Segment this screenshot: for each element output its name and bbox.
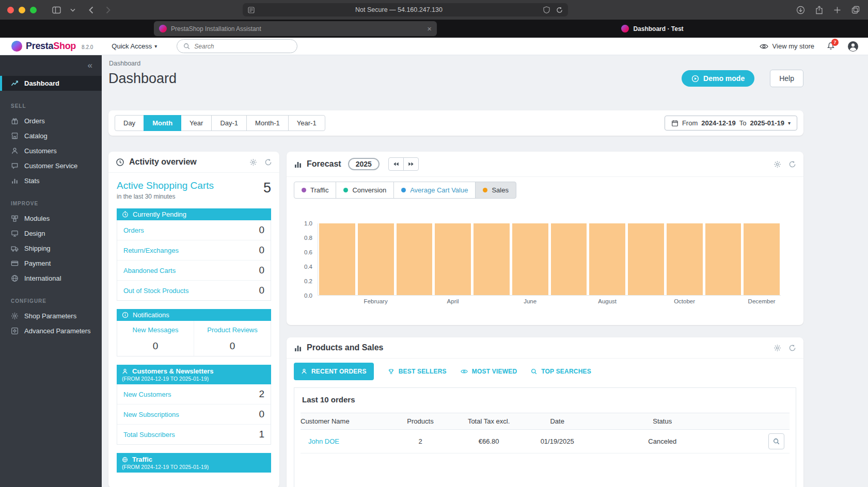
tab-top-searches[interactable]: TOP SEARCHES xyxy=(531,368,591,375)
next-year-button[interactable] xyxy=(403,157,419,171)
filter-conversion-button[interactable]: Conversion xyxy=(336,182,394,199)
quick-access-menu[interactable]: Quick Access ▾ xyxy=(112,42,157,50)
refresh-icon[interactable] xyxy=(788,344,796,352)
filter-label: Sales xyxy=(492,186,509,194)
help-button[interactable]: Help xyxy=(770,70,803,87)
customer-name-link[interactable]: John DOE xyxy=(301,437,384,445)
downloads-icon[interactable] xyxy=(796,6,805,14)
globe-icon xyxy=(11,274,19,282)
tab-recent-orders[interactable]: RECENT ORDERS xyxy=(294,363,374,380)
new-tab-icon[interactable] xyxy=(833,6,841,14)
panel-title: Activity overview xyxy=(129,157,197,167)
notifications-bell[interactable]: 7 xyxy=(827,42,835,51)
close-window-button[interactable] xyxy=(7,7,14,13)
sidebar-item-label: Stats xyxy=(24,177,40,185)
tab-title: Dashboard · Test xyxy=(633,25,683,33)
range-day-button[interactable]: Day xyxy=(115,115,144,131)
demo-mode-label: Demo mode xyxy=(703,74,745,83)
back-icon[interactable] xyxy=(89,6,93,14)
cell-value: 0 xyxy=(196,340,269,352)
forecast-panel: Forecast 2025 xyxy=(287,152,803,325)
refresh-icon[interactable] xyxy=(264,158,272,166)
row-link[interactable]: Abandoned Carts xyxy=(123,267,176,274)
search-input[interactable] xyxy=(194,43,291,50)
search-box[interactable] xyxy=(177,39,297,53)
tab-installation-assistant[interactable]: PrestaShop Installation Assistant × xyxy=(154,21,437,36)
sidebar-item-label: Payment xyxy=(24,259,51,267)
gear-icon[interactable] xyxy=(774,344,781,352)
tab-most-viewed[interactable]: MOST VIEWED xyxy=(461,368,517,375)
active-carts-link[interactable]: Active Shopping Carts xyxy=(117,180,214,191)
prestashop-logo[interactable]: PrestaShop 8.2.0 xyxy=(11,41,93,52)
share-icon[interactable] xyxy=(815,6,823,14)
tab-dashboard-active[interactable]: Dashboard · Test xyxy=(437,20,868,38)
row-link[interactable]: New Subscriptions xyxy=(123,411,179,418)
sidebar-toggle-icon[interactable] xyxy=(52,6,61,14)
shipping-icon xyxy=(11,245,19,252)
eye-icon xyxy=(461,369,468,374)
tab-best-sellers[interactable]: BEST SELLERS xyxy=(388,368,447,375)
sidebar-item-customers[interactable]: Customers xyxy=(0,143,102,158)
zoom-window-button[interactable] xyxy=(30,7,37,13)
sidebar-item-customer-service[interactable]: Customer Service xyxy=(0,158,102,173)
previous-year-button[interactable] xyxy=(388,157,404,171)
range-day-1-button[interactable]: Day-1 xyxy=(211,115,247,131)
sidebar-item-shop-parameters[interactable]: Shop Parameters xyxy=(0,309,102,323)
forward-icon[interactable] xyxy=(106,6,111,14)
forecast-bar xyxy=(667,223,703,295)
account-avatar[interactable] xyxy=(847,41,859,52)
sidebar-item-shipping[interactable]: Shipping xyxy=(0,241,102,256)
privacy-shield-icon[interactable] xyxy=(543,6,550,13)
filter-traffic-button[interactable]: Traffic xyxy=(294,182,336,199)
sidebar-item-orders[interactable]: Orders xyxy=(0,113,102,128)
range-year-1-button[interactable]: Year-1 xyxy=(288,115,325,131)
panel-title: Products and Sales xyxy=(307,343,384,352)
collapse-sidebar-button[interactable]: « xyxy=(88,60,92,71)
cell-link[interactable]: Product Reviews xyxy=(196,326,269,334)
close-tab-icon[interactable]: × xyxy=(427,25,432,33)
refresh-icon[interactable] xyxy=(788,160,796,168)
row-link[interactable]: Orders xyxy=(123,226,144,234)
row-link[interactable]: Return/Exchanges xyxy=(123,247,179,254)
x-tick-label xyxy=(397,298,433,304)
gear-icon[interactable] xyxy=(774,160,781,168)
range-month-button[interactable]: Month xyxy=(144,115,181,131)
row-link[interactable]: New Customers xyxy=(123,391,171,398)
sidebar-item-catalog[interactable]: Catalog xyxy=(0,128,102,143)
cell-link[interactable]: New Messages xyxy=(119,326,192,334)
col-status: Status xyxy=(594,413,731,429)
total-tax-excl: €66.80 xyxy=(457,437,520,445)
range-year-button[interactable]: Year xyxy=(181,115,212,131)
currently-pending-banner: Currently Pending xyxy=(117,208,271,220)
row-value: 0 xyxy=(259,224,264,236)
sidebar-item-stats[interactable]: Stats xyxy=(0,173,102,188)
logo-text-shop: Shop xyxy=(53,41,76,51)
y-tick-label: 0.0 xyxy=(304,293,312,299)
sidebar-item-design[interactable]: Design xyxy=(0,226,102,241)
sidebar-item-international[interactable]: International xyxy=(0,271,102,286)
sidebar-item-advanced-parameters[interactable]: Advanced Parameters xyxy=(0,323,102,338)
minimize-window-button[interactable] xyxy=(19,7,25,13)
sidebar-item-payment[interactable]: Payment xyxy=(0,256,102,271)
reader-icon[interactable] xyxy=(248,7,255,13)
sidebar-item-modules[interactable]: Modules xyxy=(0,211,102,226)
reload-icon[interactable] xyxy=(556,7,563,13)
date-range-picker[interactable]: From 2024-12-19 To 2025-01-19 ▾ xyxy=(665,116,797,131)
chevron-down-icon[interactable] xyxy=(70,8,75,12)
gear-icon[interactable] xyxy=(249,158,257,166)
range-month-1-button[interactable]: Month-1 xyxy=(246,115,289,131)
view-my-store-link[interactable]: View my store xyxy=(760,42,814,50)
demo-mode-button[interactable]: Demo mode xyxy=(682,70,754,87)
forecast-bar xyxy=(551,223,587,295)
row-link[interactable]: Out of Stock Products xyxy=(123,287,188,295)
filter-sales-button[interactable]: Sales xyxy=(475,182,516,199)
sidebar-section-improve: IMPROVE xyxy=(0,188,102,211)
row-link[interactable]: Total Subscribers xyxy=(123,431,175,439)
filter-average-cart-value-button[interactable]: Average Cart Value xyxy=(393,182,476,199)
address-bar[interactable]: Not Secure — 54.160.247.130 xyxy=(243,3,568,17)
breadcrumb[interactable]: Dashboard xyxy=(109,60,803,67)
sidebar-item-dashboard[interactable]: Dashboard xyxy=(0,76,102,91)
search-icon xyxy=(773,438,780,445)
tab-overview-icon[interactable] xyxy=(851,6,860,14)
view-order-button[interactable] xyxy=(768,433,784,449)
